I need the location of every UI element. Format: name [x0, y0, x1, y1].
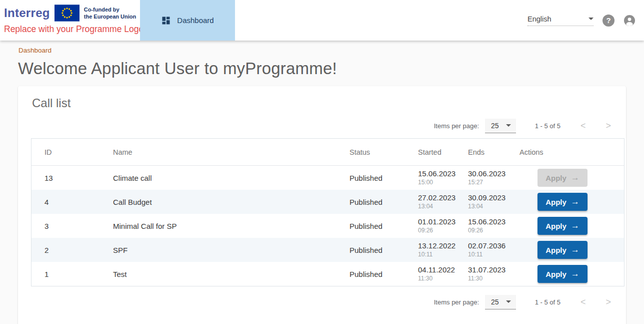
chevron-down-icon — [506, 300, 511, 303]
cell-status: Published — [336, 270, 405, 278]
cell-id: 1 — [32, 270, 100, 278]
apply-button: Apply → — [538, 169, 588, 187]
items-per-page-value: 25 — [491, 122, 499, 130]
col-status: Status — [336, 148, 405, 156]
table-row: 1 Test Published 04.11.2022 11:30 31.07.… — [32, 262, 624, 286]
table-row: 2 SPF Published 13.12.2022 10:11 02.07.2… — [32, 238, 624, 262]
cell-actions: Apply → — [506, 217, 624, 235]
cell-ends: 31.07.2023 11:30 — [455, 265, 506, 282]
cell-started: 13.12.2022 10:11 — [405, 241, 455, 258]
chevron-right-icon[interactable]: > — [606, 297, 611, 306]
header-controls: English ? — [528, 0, 644, 41]
cell-started: 01.01.2023 09:26 — [405, 217, 455, 234]
cell-actions: Apply → — [506, 265, 624, 283]
call-list-title: Call list — [32, 96, 626, 110]
items-per-page-label: Items per page: — [434, 298, 479, 306]
cell-started: 04.11.2022 11:30 — [405, 265, 455, 282]
programme-logo-placeholder: Replace with your Programme Logo — [4, 24, 138, 35]
cell-status: Published — [336, 222, 405, 230]
cell-name: Minimal Call for SP — [100, 222, 336, 230]
app-header: Interreg Co-funded by the European Union… — [0, 0, 644, 41]
chevron-right-icon[interactable]: > — [606, 121, 611, 130]
call-list-card: Call list Items per page: 25 1 - 5 of 5 … — [18, 86, 626, 324]
chevron-left-icon[interactable]: < — [580, 297, 586, 306]
chevron-down-icon — [506, 124, 511, 127]
chevron-down-icon — [588, 18, 594, 20]
call-table-body: 13 Climate call Published 15.06.2023 15:… — [32, 166, 624, 286]
cell-status: Published — [336, 198, 405, 206]
cell-ends: 15.06.2023 09:26 — [455, 217, 506, 234]
tab-dashboard[interactable]: Dashboard — [140, 0, 235, 41]
cell-actions: Apply → — [506, 193, 624, 211]
arrow-right-icon: → — [571, 197, 580, 207]
items-per-page-select[interactable]: 25 — [485, 295, 516, 309]
cell-started: 27.02.2023 13:04 — [405, 193, 455, 210]
cell-ends: 30.06.2023 15:27 — [455, 169, 506, 186]
cell-name: Call Budget — [100, 198, 336, 206]
interreg-brand-text: Interreg — [4, 6, 50, 20]
paginator-top: Items per page: 25 1 - 5 of 5 < > — [18, 115, 626, 136]
items-per-page-value: 25 — [491, 298, 499, 306]
cell-id: 13 — [32, 174, 100, 182]
table-row: 13 Climate call Published 15.06.2023 15:… — [32, 166, 624, 190]
page-range-label: 1 - 5 of 5 — [535, 298, 560, 306]
arrow-right-icon: → — [571, 173, 580, 183]
cell-ends: 02.07.2036 10:11 — [455, 241, 506, 258]
arrow-right-icon: → — [571, 245, 580, 255]
cell-name: Climate call — [100, 174, 336, 182]
col-id: ID — [32, 148, 100, 156]
cell-name: Test — [100, 270, 336, 278]
cell-started: 15.06.2023 15:00 — [405, 169, 455, 186]
apply-button[interactable]: Apply → — [538, 193, 588, 211]
call-table: ID Name Status Started Ends Actions 13 C… — [31, 138, 624, 286]
page-range-label: 1 - 5 of 5 — [535, 122, 560, 130]
call-table-header: ID Name Status Started Ends Actions — [32, 139, 624, 166]
cell-name: SPF — [100, 246, 336, 254]
chevron-left-icon[interactable]: < — [580, 121, 586, 130]
cell-status: Published — [336, 246, 405, 254]
language-select-value: English — [528, 15, 552, 23]
col-ends: Ends — [455, 148, 506, 156]
items-per-page-select[interactable]: 25 — [485, 119, 516, 133]
cell-ends: 30.09.2023 13:04 — [455, 193, 506, 210]
arrow-right-icon: → — [571, 269, 580, 279]
cell-status: Published — [336, 174, 405, 182]
apply-button[interactable]: Apply → — [538, 217, 588, 235]
account-icon[interactable] — [624, 15, 636, 27]
cell-id: 2 — [32, 246, 100, 254]
language-select[interactable]: English — [528, 15, 594, 26]
eu-flag-icon — [54, 5, 80, 22]
page-title: Welcome Applicant User to myProgramme! — [18, 59, 644, 78]
apply-button[interactable]: Apply → — [538, 241, 588, 259]
cell-id: 4 — [32, 198, 100, 206]
help-icon[interactable]: ? — [602, 15, 614, 27]
col-actions: Actions — [506, 148, 624, 156]
arrow-right-icon: → — [571, 221, 580, 231]
col-name: Name — [100, 148, 336, 156]
breadcrumb[interactable]: Dashboard — [18, 47, 52, 54]
table-row: 4 Call Budget Published 27.02.2023 13:04… — [32, 190, 624, 214]
table-row: 3 Minimal Call for SP Published 01.01.20… — [32, 214, 624, 238]
col-started: Started — [405, 148, 455, 156]
cell-actions: Apply → — [506, 169, 624, 187]
dashboard-icon — [161, 16, 171, 26]
tab-dashboard-label: Dashboard — [177, 16, 214, 25]
apply-button[interactable]: Apply → — [538, 265, 588, 283]
cofunded-text: Co-funded by the European Union — [84, 6, 136, 21]
paginator-bottom: Items per page: 25 1 - 5 of 5 < > — [18, 291, 626, 312]
interreg-logo: Interreg Co-funded by the European Union… — [0, 0, 140, 41]
cell-actions: Apply → — [506, 241, 624, 259]
cell-id: 3 — [32, 222, 100, 230]
items-per-page-label: Items per page: — [434, 122, 479, 130]
